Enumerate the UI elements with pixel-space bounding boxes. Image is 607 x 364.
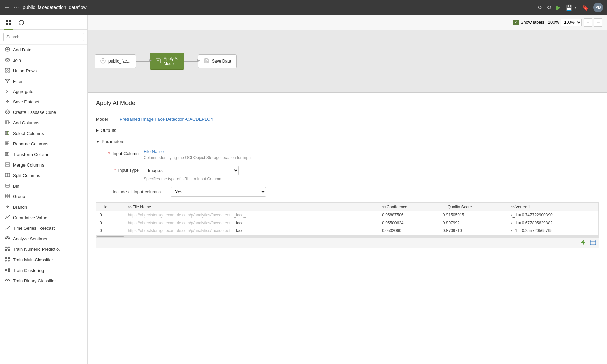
sidebar-tab-components[interactable] — [4, 18, 13, 30]
sidebar-item-label: Aggregate — [13, 89, 33, 94]
table-view-icon[interactable] — [590, 240, 596, 246]
sidebar-item-save-dataset[interactable]: Save Dataset — [0, 97, 87, 107]
svg-point-41 — [5, 247, 7, 248]
svg-rect-13 — [8, 71, 10, 72]
sidebar-item-add-data[interactable]: Add Data — [0, 45, 87, 55]
include-row: Include all input columns ... Yes No — [96, 187, 599, 197]
include-select[interactable]: Yes No — [171, 187, 266, 197]
sidebar-item-filter[interactable]: Filter — [0, 76, 87, 87]
svg-rect-29 — [5, 165, 10, 166]
canvas-node-input[interactable]: public_fac... — [95, 54, 136, 68]
select-columns-icon — [5, 131, 10, 136]
sidebar-item-cumulative[interactable]: Cumulative Value — [0, 212, 87, 223]
canvas-node-save[interactable]: Save Data — [198, 54, 237, 68]
zoom-out-button[interactable]: − — [584, 18, 592, 27]
outputs-section-header[interactable]: ▶ Outputs — [96, 126, 599, 134]
canvas-area: public_fac... Apply AIModel Save — [88, 30, 607, 93]
sidebar-item-rename-columns[interactable]: Rename Columns — [0, 139, 87, 149]
sidebar-item-label: Cumulative Value — [13, 215, 47, 220]
svg-rect-2 — [6, 23, 8, 25]
sidebar-tab-shapes[interactable] — [17, 18, 26, 30]
run-button[interactable]: ▶ — [556, 4, 561, 11]
show-labels-label: Show labels — [521, 20, 544, 25]
canvas-node-apply-ai[interactable]: Apply AIModel — [150, 53, 184, 70]
parameters-section-header[interactable]: ▼ Parameters — [96, 138, 599, 145]
back-button[interactable]: ← — [4, 4, 10, 11]
svg-point-16 — [7, 111, 8, 112]
show-labels-wrapper: ✓ Show labels — [513, 20, 544, 25]
bin-icon — [5, 183, 10, 189]
undo-button[interactable]: ↺ — [538, 4, 542, 11]
zoom-dropdown[interactable]: 100% 75% 50% 125% — [561, 19, 582, 26]
detail-panel: Apply AI Model Model Pretrained Image Fa… — [88, 93, 607, 364]
redo-button[interactable]: ↻ — [547, 4, 551, 11]
add-data-icon — [5, 47, 10, 53]
model-link[interactable]: Pretrained Image Face Detection-OACDEPLO… — [120, 117, 214, 122]
input-column-content: File Name Column identifying the OCI Obj… — [144, 149, 599, 160]
table-header-row: 99 id ab File Name 99 Confidence — [96, 203, 599, 211]
sidebar-item-transform-column[interactable]: Transform Column — [0, 149, 87, 160]
svg-point-42 — [8, 247, 10, 248]
sidebar-item-select-columns[interactable]: Select Columns — [0, 128, 87, 139]
sidebar-item-union-rows[interactable]: Union Rows — [0, 66, 87, 76]
svg-rect-63 — [205, 59, 207, 60]
sidebar-item-add-columns[interactable]: Add Columns — [0, 118, 87, 128]
lightning-icon[interactable] — [580, 239, 586, 247]
show-labels-checkbox[interactable]: ✓ — [513, 20, 519, 25]
zoom-in-button[interactable]: + — [594, 18, 602, 27]
cell-quality: 0.8709710 — [439, 227, 507, 235]
model-row: Model Pretrained Image Face Detection-OA… — [96, 117, 599, 122]
svg-rect-11 — [8, 68, 10, 70]
sidebar-list: Add Data Join Union Rows F — [0, 45, 87, 364]
sidebar-item-sentiment[interactable]: Analyze Sentiment — [0, 233, 87, 244]
svg-rect-35 — [8, 194, 10, 196]
svg-point-47 — [5, 257, 7, 259]
save-dataset-icon — [5, 99, 10, 105]
search-input[interactable] — [3, 33, 84, 41]
aggregate-icon: Σ — [5, 89, 10, 94]
sidebar-item-label: Filter — [13, 79, 23, 84]
split-columns-icon — [5, 173, 10, 178]
sidebar-item-label: Join — [13, 58, 21, 63]
sidebar-item-split-columns[interactable]: Split Columns — [0, 170, 87, 181]
parameters-label: Parameters — [102, 139, 124, 144]
save-node[interactable]: Save Data — [198, 54, 237, 68]
connector-1 — [136, 61, 150, 62]
sidebar-item-aggregate[interactable]: Σ Aggregate — [0, 87, 87, 97]
sidebar-item-train-binary[interactable]: Train Binary Classifier — [0, 276, 87, 286]
svg-rect-0 — [6, 20, 8, 22]
sidebar-item-bin[interactable]: Bin — [0, 181, 87, 191]
sidebar-item-essbase[interactable]: Create Essbase Cube — [0, 107, 87, 118]
col-header-id: 99 id — [96, 203, 124, 211]
zoom-value: 100% — [548, 20, 559, 25]
input-type-select[interactable]: Images Videos Text — [144, 166, 239, 175]
union-rows-icon — [5, 68, 10, 74]
svg-rect-26 — [5, 152, 7, 156]
outputs-label: Outputs — [101, 128, 116, 133]
bookmark-button[interactable]: 🔖 — [582, 4, 589, 11]
save-button[interactable]: 💾 ▼ — [566, 4, 577, 11]
input-column-value[interactable]: File Name — [144, 149, 599, 154]
sidebar-item-branch[interactable]: Branch — [0, 202, 87, 212]
sidebar-item-time-series[interactable]: Time Series Forecast — [0, 223, 87, 233]
canvas-toolbar: ✓ Show labels 100% 100% 75% 50% 125% − + — [88, 15, 607, 30]
sidebar-item-merge-columns[interactable]: Merge Columns — [0, 160, 87, 170]
cell-filename: https://objectstorage.example.com/p/anal… — [124, 219, 378, 227]
horizontal-scrollbar[interactable] — [96, 235, 599, 238]
sidebar-item-group[interactable]: Group — [0, 191, 87, 202]
back-icon: ← — [4, 4, 10, 11]
user-avatar[interactable]: PB — [593, 3, 603, 12]
sidebar-item-train-multi[interactable]: Train Multi-Classifier — [0, 255, 87, 265]
svg-point-54 — [6, 280, 7, 281]
apply-ai-node[interactable]: Apply AIModel — [150, 53, 184, 70]
sidebar-item-train-numeric[interactable]: Train Numeric Predictio... — [0, 244, 87, 255]
input-type-label: * Input Type — [103, 166, 144, 173]
rename-columns-icon — [5, 141, 10, 147]
params-section: * Input Column File Name Column identify… — [96, 149, 599, 197]
sidebar-item-train-clustering[interactable]: Train Clustering — [0, 265, 87, 276]
svg-point-40 — [7, 238, 9, 239]
sidebar-item-join[interactable]: Join — [0, 55, 87, 66]
apply-ai-node-label: Apply AIModel — [164, 56, 179, 66]
content-area: ✓ Show labels 100% 100% 75% 50% 125% − + — [88, 15, 607, 364]
input-node[interactable]: public_fac... — [95, 54, 136, 68]
